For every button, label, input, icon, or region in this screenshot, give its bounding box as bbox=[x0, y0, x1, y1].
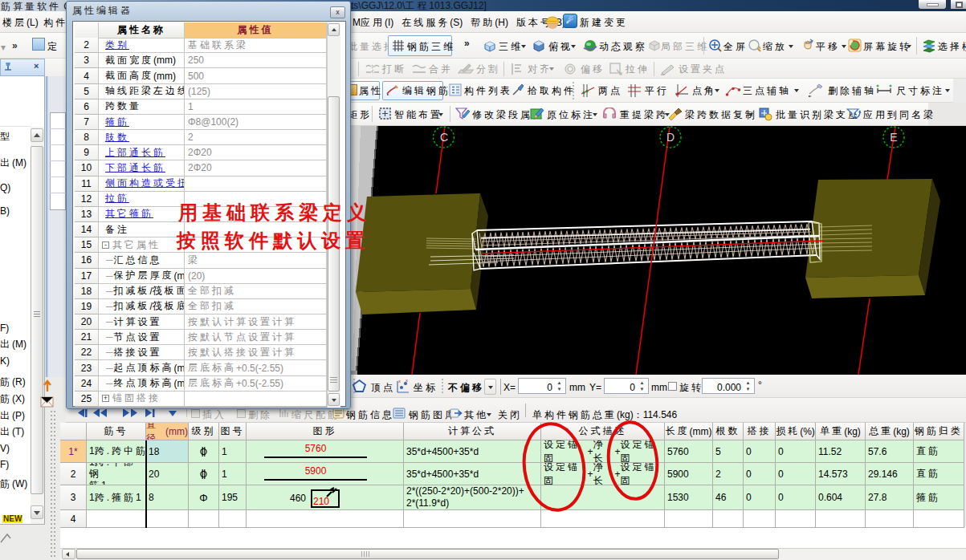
svg-text:E: E bbox=[890, 131, 897, 144]
svg-text:x: x bbox=[406, 378, 408, 383]
svg-text:D: D bbox=[666, 131, 675, 144]
svg-text:x: x bbox=[398, 379, 401, 383]
svg-text:C: C bbox=[440, 131, 448, 144]
